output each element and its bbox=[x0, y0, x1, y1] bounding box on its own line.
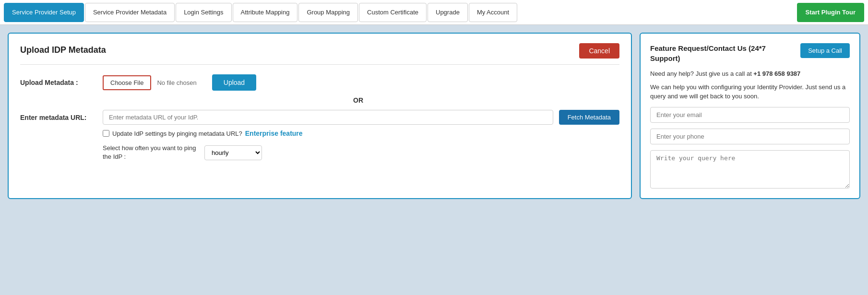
metadata-url-row: Enter metadata URL: Fetch Metadata bbox=[20, 110, 619, 125]
setup-call-button[interactable]: Setup a Call bbox=[800, 43, 850, 58]
ping-frequency-select[interactable]: hourly daily weekly bbox=[204, 145, 262, 160]
tab-service-provider-setup[interactable]: Service Provider Setup bbox=[4, 3, 84, 22]
upload-idp-metadata-panel: Upload IDP Metadata Cancel Upload Metada… bbox=[8, 33, 632, 199]
email-input[interactable] bbox=[650, 107, 850, 123]
help-text: Need any help? Just give us a call at +1… bbox=[650, 69, 850, 79]
tab-login-settings[interactable]: Login Settings bbox=[176, 3, 231, 22]
metadata-url-label: Enter metadata URL: bbox=[20, 114, 97, 121]
checkbox-label-text: Update IdP settings by pinging metadata … bbox=[112, 130, 242, 137]
tab-attribute-mapping[interactable]: Attribute Mapping bbox=[233, 3, 298, 22]
choose-file-button[interactable]: Choose File bbox=[103, 75, 151, 90]
tab-service-provider-metadata[interactable]: Service Provider Metadata bbox=[85, 3, 175, 22]
metadata-url-input[interactable] bbox=[103, 110, 553, 125]
ping-label: Select how often you want to ping the Id… bbox=[103, 144, 199, 161]
upload-button[interactable]: Upload bbox=[212, 74, 256, 91]
phone-input[interactable] bbox=[650, 129, 850, 144]
tab-custom-certificate[interactable]: Custom Certificate bbox=[359, 3, 427, 22]
fetch-metadata-button[interactable]: Fetch Metadata bbox=[559, 110, 619, 125]
start-plugin-tour-button[interactable]: Start Plugin Tour bbox=[797, 3, 864, 22]
tab-my-account[interactable]: My Account bbox=[469, 3, 517, 22]
tab-upgrade[interactable]: Upgrade bbox=[428, 3, 468, 22]
no-file-text: No file chosen bbox=[157, 79, 196, 86]
update-idp-settings-row: Update IdP settings by pinging metadata … bbox=[103, 130, 619, 137]
tab-group-mapping[interactable]: Group Mapping bbox=[298, 3, 358, 22]
or-divider: OR bbox=[97, 96, 619, 104]
panel-header: Upload IDP Metadata Cancel bbox=[20, 43, 619, 59]
help-text-prefix: Need any help? Just give us a call at bbox=[650, 70, 753, 77]
main-content: Upload IDP Metadata Cancel Upload Metada… bbox=[0, 25, 868, 207]
update-idp-checkbox[interactable] bbox=[103, 130, 109, 137]
right-panel-header: Feature Request/Contact Us (24*7 Support… bbox=[650, 43, 850, 63]
phone-number: +1 978 658 9387 bbox=[753, 70, 800, 77]
right-panel-title: Feature Request/Contact Us (24*7 Support… bbox=[650, 43, 795, 63]
divider bbox=[20, 64, 619, 65]
panel-title: Upload IDP Metadata bbox=[20, 45, 106, 55]
top-navigation: Service Provider Setup Service Provider … bbox=[0, 0, 868, 25]
query-textarea[interactable] bbox=[650, 150, 850, 189]
upload-metadata-label: Upload Metadata : bbox=[20, 79, 97, 86]
ping-frequency-row: Select how often you want to ping the Id… bbox=[103, 144, 619, 161]
enterprise-feature-link[interactable]: Enterprise feature bbox=[245, 130, 303, 137]
contact-us-panel: Feature Request/Contact Us (24*7 Support… bbox=[640, 33, 860, 199]
query-text: We can help you with configuring your Id… bbox=[650, 83, 850, 101]
cancel-button[interactable]: Cancel bbox=[579, 43, 619, 59]
upload-metadata-row: Upload Metadata : Choose File No file ch… bbox=[20, 74, 619, 91]
